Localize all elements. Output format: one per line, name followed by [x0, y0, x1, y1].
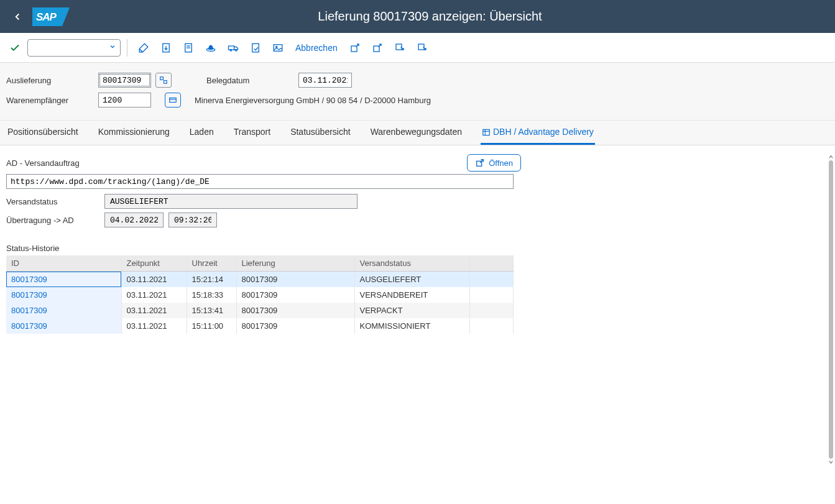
toolbar-btn-2[interactable] — [156, 38, 176, 58]
chevron-left-icon — [12, 11, 23, 22]
check-icon — [9, 42, 21, 53]
app-header: SAP Lieferung 80017309 anzeigen: Übersic… — [0, 0, 835, 33]
search-help-auslieferung[interactable] — [155, 73, 172, 88]
tool-icon — [138, 42, 149, 53]
ad-section-label: AD - Versandauftrag — [6, 158, 80, 168]
input-belegdatum[interactable] — [298, 73, 352, 88]
cell-blank — [469, 287, 514, 303]
chevron-down-icon — [109, 43, 116, 52]
label-warenempfaenger: Warenempfänger — [6, 96, 93, 105]
toolbar-btn-11[interactable] — [412, 38, 432, 58]
scroll-down-icon[interactable] — [828, 459, 834, 465]
table-row[interactable]: 80017309 03.11.2021 15:18:33 80017309 VE… — [6, 287, 514, 303]
input-uebertragung-date — [104, 213, 164, 227]
open-icon — [475, 158, 485, 168]
header-fields: Auslieferung Belegdatum Warenempfänger M… — [0, 63, 835, 121]
scroll-up-icon[interactable] — [828, 154, 834, 160]
import-down-icon — [394, 42, 405, 53]
sap-logo: SAP — [32, 7, 70, 26]
toolbar-btn-7[interactable] — [268, 38, 288, 58]
table-row[interactable]: 80017309 03.11.2021 15:21:14 80017309 AU… — [6, 272, 514, 288]
svg-point-8 — [230, 49, 232, 51]
cell-versandstatus: VERSANDBEREIT — [354, 287, 469, 303]
history-table: ID Zeitpunkt Uhrzeit Lieferung Versandst… — [6, 255, 514, 334]
col-uhrzeit[interactable]: Uhrzeit — [187, 255, 236, 272]
separator — [127, 39, 127, 57]
col-id[interactable]: ID — [6, 255, 121, 272]
svg-point-9 — [235, 49, 237, 51]
toolbar-btn-9[interactable] — [367, 38, 387, 58]
toolbar: Abbrechen — [0, 33, 835, 63]
cell-zeitpunkt: 03.11.2021 — [121, 303, 187, 318]
tab-positionsuebersicht[interactable]: Positionsübersicht — [6, 121, 80, 145]
cell-uhrzeit: 15:18:33 — [187, 287, 236, 303]
table-row[interactable]: 80017309 03.11.2021 15:11:00 80017309 KO… — [6, 318, 514, 334]
svg-rect-18 — [164, 81, 167, 84]
input-auslieferung[interactable] — [98, 73, 151, 88]
toolbar-btn-8[interactable] — [345, 38, 365, 58]
toolbar-btn-6[interactable] — [246, 38, 265, 58]
cell-blank — [469, 318, 514, 334]
input-versandstatus — [104, 194, 358, 209]
svg-text:SAP: SAP — [36, 11, 57, 23]
input-warenempfaenger[interactable] — [98, 93, 151, 108]
tab-warenbewegungsdaten[interactable]: Warenbewegungsdaten — [369, 121, 463, 145]
cell-zeitpunkt: 03.11.2021 — [121, 272, 187, 288]
open-label: Öffnen — [489, 158, 513, 168]
cell-id[interactable]: 80017309 — [6, 287, 121, 303]
tab-transport[interactable]: Transport — [233, 121, 272, 145]
history-heading: Status-Historie — [6, 244, 829, 253]
cell-id[interactable]: 80017309 — [6, 303, 121, 318]
row-auslieferung: Auslieferung Belegdatum — [6, 73, 829, 88]
cancel-button[interactable]: Abbrechen — [290, 38, 343, 58]
cell-lieferung: 80017309 — [236, 318, 354, 334]
import-down-icon-2 — [417, 42, 428, 53]
cell-versandstatus: VERPACKT — [354, 303, 469, 318]
cell-lieferung: 80017309 — [236, 287, 354, 303]
cell-lieferung: 80017309 — [236, 303, 354, 318]
open-button[interactable]: Öffnen — [467, 154, 521, 172]
label-belegdatum: Belegdatum — [206, 76, 293, 85]
table-icon — [482, 128, 491, 137]
cell-versandstatus: AUSGELIEFERT — [354, 272, 469, 288]
svg-rect-11 — [274, 44, 282, 51]
scrollbar[interactable] — [828, 154, 834, 465]
tab-laden[interactable]: Laden — [188, 121, 215, 145]
col-lieferung[interactable]: Lieferung — [236, 255, 354, 272]
col-blank — [469, 255, 514, 272]
back-button[interactable] — [7, 7, 27, 27]
tab-dbh-advantage-delivery[interactable]: DBH / Advantage Delivery — [481, 121, 595, 145]
row-uebertragung: Übertragung -> AD — [6, 213, 829, 227]
table-row[interactable]: 80017309 03.11.2021 15:13:41 80017309 VE… — [6, 303, 514, 318]
cell-versandstatus: KOMMISSIONIERT — [354, 318, 469, 334]
toolbar-btn-4[interactable] — [201, 38, 221, 58]
scroll-thumb[interactable] — [829, 160, 833, 459]
col-versandstatus[interactable]: Versandstatus — [354, 255, 469, 272]
toolbar-btn-10[interactable] — [390, 38, 410, 58]
cell-uhrzeit: 15:11:00 — [187, 318, 236, 334]
col-zeitpunkt[interactable]: Zeitpunkt — [121, 255, 187, 272]
tab-strip: Positionsübersicht Kommissionierung Lade… — [0, 121, 835, 145]
command-field[interactable] — [27, 39, 121, 57]
ad-section-header: AD - Versandauftrag Öffnen — [6, 154, 521, 172]
label-auslieferung: Auslieferung — [6, 76, 93, 85]
accept-button[interactable] — [5, 38, 25, 58]
cell-id[interactable]: 80017309 — [6, 318, 121, 334]
tracking-url-input[interactable] — [6, 174, 514, 189]
row-versandstatus: Versandstatus — [6, 194, 829, 209]
hat-icon — [205, 42, 216, 53]
partner-details-button[interactable] — [165, 93, 181, 108]
toolbar-btn-1[interactable] — [134, 38, 154, 58]
svg-rect-21 — [483, 130, 490, 135]
toolbar-btn-5[interactable] — [223, 38, 243, 58]
partner-text: Minerva Energieversorgung GmbH / 90 08 5… — [195, 96, 431, 105]
toolbar-btn-3[interactable] — [178, 38, 198, 58]
picture-icon — [272, 42, 284, 53]
truck-icon — [227, 42, 239, 53]
page-title: Lieferung 80017309 anzeigen: Übersicht — [70, 9, 828, 24]
cell-id[interactable]: 80017309 — [6, 272, 121, 288]
row-warenempfaenger: Warenempfänger Minerva Energieversorgung… — [6, 93, 829, 108]
tab-kommissionierung[interactable]: Kommissionierung — [97, 121, 171, 145]
cell-blank — [469, 303, 514, 318]
tab-statusuebersicht[interactable]: Statusübersicht — [289, 121, 352, 145]
